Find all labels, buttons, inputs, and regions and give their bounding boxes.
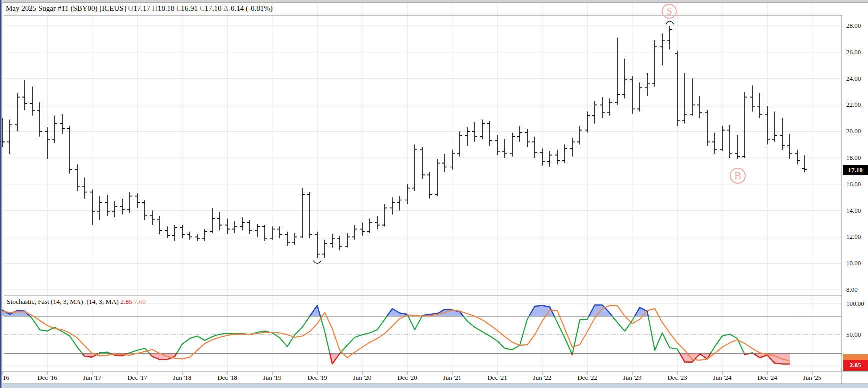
stoch-k-tag: 2.85: [843, 360, 868, 371]
last-price-tag: 17.10: [843, 166, 868, 175]
close-label: C: [200, 4, 205, 12]
price-tick-label: 10.00: [846, 260, 868, 268]
time-tick-label: Jun '23: [616, 374, 648, 382]
low-label: L: [176, 4, 181, 12]
price-tick-label: 16.00: [846, 180, 868, 188]
time-tick-label: Dec '23: [662, 374, 694, 382]
time-tick-label: Jun '19: [256, 374, 288, 382]
time-tick-label: Dec '16: [32, 374, 64, 382]
time-tick-label: Jun '18: [166, 374, 198, 382]
time-tick-label: Jun '25: [796, 374, 828, 382]
price-tick-label: 20.00: [846, 128, 868, 136]
time-tick-label: Jun '21: [436, 374, 468, 382]
high-value: 18.18: [158, 4, 175, 12]
time-tick-label: Dec '17: [122, 374, 154, 382]
time-tick-label: Jun '22: [526, 374, 558, 382]
window-left-edge-inner: [2, 0, 2, 388]
sell-signal-marker: S: [662, 4, 677, 19]
stochastic-name: Stochastic, Fast (14, 3, MA): [7, 298, 84, 306]
price-tick-label: 22.00: [846, 101, 868, 109]
price-tick-label: 8.00: [846, 286, 868, 294]
stochastic-k-value: 2.85: [120, 298, 132, 306]
stochastic-legend[interactable]: Stochastic, Fast (14, 3, MA) (14, 3, MA)…: [7, 298, 146, 306]
time-tick-label: Jun '20: [346, 374, 378, 382]
delta-value: -0.14 (-0.81%): [228, 4, 273, 12]
title-bar: May 2025 Sugar #11 (SBY00) [ICEUS] O17.1…: [6, 4, 273, 13]
stoch-tick-label: 100.00: [846, 300, 868, 308]
time-tick-label: Dec '20: [392, 374, 424, 382]
high-label: H: [152, 4, 158, 12]
open-value: 17.17: [134, 4, 150, 12]
contract-title: May 2025 Sugar #11 (SBY00) [ICEUS]: [6, 4, 126, 12]
time-tick-label: Dec '22: [572, 374, 604, 382]
time-tick-label: Dec '18: [212, 374, 244, 382]
buy-signal-marker: B: [730, 168, 746, 184]
time-tick-label: Dec '19: [302, 374, 334, 382]
stoch-tick-label: 50.00: [846, 331, 868, 339]
time-tick-label: 16: [3, 374, 18, 382]
time-tick-label: Jun '17: [76, 374, 108, 382]
price-tick-label: 26.00: [846, 48, 868, 56]
low-value: 16.91: [181, 4, 198, 12]
window-bottom-edge: [0, 384, 868, 388]
price-tick-label: 12.00: [846, 233, 868, 241]
close-value: 17.10: [205, 4, 222, 12]
chart-window: May 2025 Sugar #11 (SBY00) [ICEUS] O17.1…: [0, 0, 868, 388]
price-tick-label: 24.00: [846, 75, 868, 83]
window-top-edge: [0, 0, 868, 3]
stochastic-params: (14, 3, MA): [86, 298, 119, 306]
delta-icon: Δ: [224, 4, 228, 12]
open-label: O: [128, 4, 134, 12]
price-tick-label: 14.00: [846, 207, 868, 215]
time-tick-label: Jun '24: [706, 374, 738, 382]
time-tick-label: Dec '21: [482, 374, 514, 382]
price-tick-label: 28.00: [846, 22, 868, 30]
time-tick-label: Dec '24: [752, 374, 784, 382]
stochastic-d-value: 7.60: [134, 298, 146, 306]
price-tick-label: 18.00: [846, 154, 868, 162]
